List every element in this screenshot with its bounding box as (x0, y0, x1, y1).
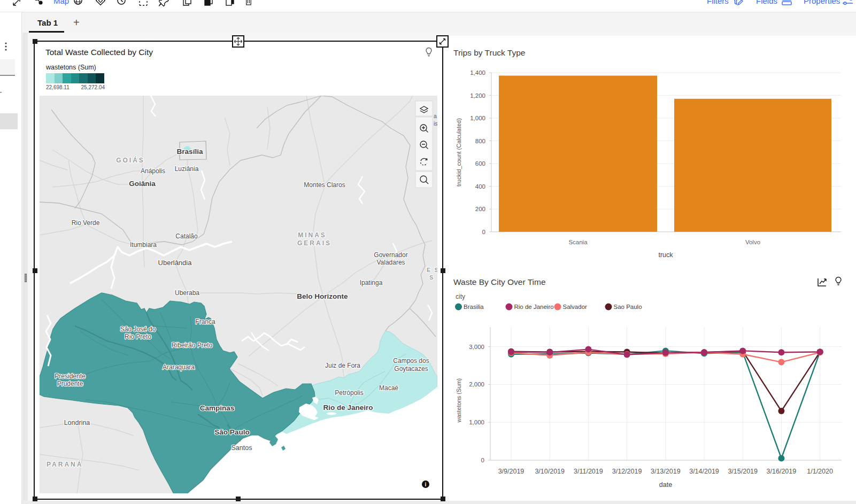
svg-text:wastetons (Sum): wastetons (Sum) (456, 378, 462, 423)
svg-text:1/1/2020: 1/1/2020 (807, 468, 833, 475)
svg-text:3/14/2019: 3/14/2019 (689, 468, 719, 475)
svg-text:truck: truck (658, 251, 673, 259)
svg-text:Volvo: Volvo (745, 239, 760, 245)
svg-text:1,400: 1,400 (470, 69, 485, 76)
svg-text:0: 0 (482, 229, 485, 235)
svg-text:1,200: 1,200 (470, 92, 485, 99)
svg-text:3/16/2019: 3/16/2019 (767, 468, 797, 475)
svg-text:3/13/2019: 3/13/2019 (651, 468, 681, 475)
svg-text:Salvador: Salvador (563, 304, 588, 310)
svg-text:3/12/2019: 3/12/2019 (612, 468, 642, 475)
svg-text:3/9/2019: 3/9/2019 (498, 468, 525, 475)
svg-text:Waste By City Over Time: Waste By City Over Time (453, 277, 546, 286)
svg-text:3/11/2019: 3/11/2019 (574, 468, 603, 475)
svg-text:Trips by Truck Type: Trips by Truck Type (453, 48, 525, 57)
svg-text:date: date (659, 481, 672, 489)
svg-text:3/15/2019: 3/15/2019 (728, 468, 758, 475)
svg-text:800: 800 (475, 138, 485, 144)
svg-text:3,000: 3,000 (469, 344, 484, 350)
svg-text:2,000: 2,000 (469, 381, 484, 387)
svg-text:400: 400 (475, 183, 485, 190)
svg-text:city: city (456, 293, 465, 300)
svg-text:0: 0 (481, 457, 484, 463)
svg-text:Sao Paulo: Sao Paulo (614, 304, 642, 310)
svg-text:Brasilia: Brasilia (464, 304, 484, 310)
svg-text:Rio de Janeiro: Rio de Janeiro (514, 304, 554, 310)
svg-text:1,000: 1,000 (469, 419, 484, 425)
svg-text:200: 200 (475, 206, 485, 212)
svg-text:Scania: Scania (568, 239, 588, 245)
svg-text:truckid_count (Calculated): truckid_count (Calculated) (456, 118, 462, 187)
svg-text:1,000: 1,000 (470, 115, 485, 121)
svg-text:3/10/2019: 3/10/2019 (535, 468, 565, 475)
svg-text:600: 600 (475, 160, 485, 167)
